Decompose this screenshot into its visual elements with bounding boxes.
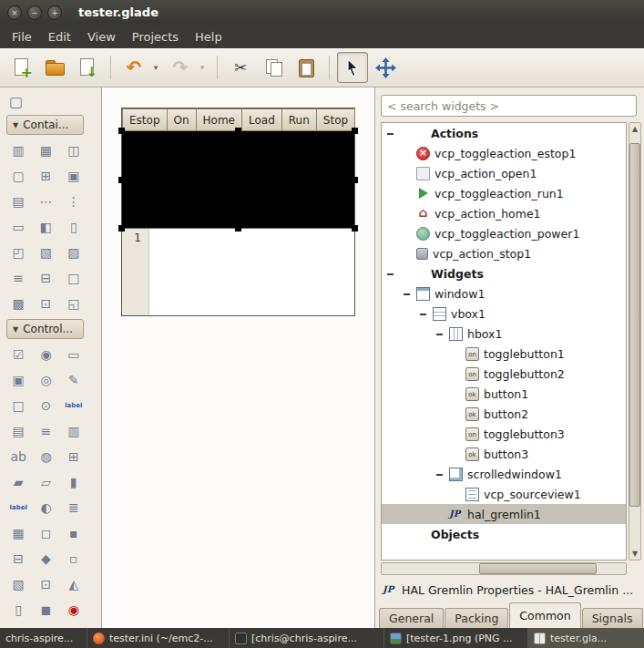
palette-widget-icon[interactable]: ▤ <box>10 423 26 439</box>
tree-group-widgets[interactable]: Widgets <box>382 263 626 283</box>
palette-widget-icon[interactable]: ▪ <box>66 525 82 541</box>
design-window-preview[interactable]: EstopOnHomeLoadRunStop 1 <box>121 108 355 316</box>
redo-dropdown-arrow[interactable]: ▾ <box>197 54 208 81</box>
palette-widget-icon[interactable]: ⊡ <box>37 576 54 592</box>
palette-widget-icon[interactable]: ◉ <box>66 602 82 618</box>
tree-horizontal-scrollbar[interactable] <box>381 562 627 575</box>
palette-widget-icon[interactable]: ◰ <box>10 244 26 261</box>
sourceview-preview[interactable]: 1 <box>122 228 354 315</box>
palette-widget-icon[interactable]: ◉ <box>37 346 54 363</box>
vscroll-track[interactable] <box>629 135 640 548</box>
scroll-up-arrow-icon[interactable]: ▲ <box>629 123 640 135</box>
selection-handle-mr[interactable] <box>352 177 358 183</box>
selection-handle-bm[interactable] <box>235 225 241 231</box>
titlebar[interactable]: × − + tester.glade <box>0 0 644 25</box>
tree-row-togglebutton1[interactable]: togglebutton1 <box>382 344 626 364</box>
palette-widget-icon[interactable]: ⋮ <box>66 193 82 210</box>
palette-widget-icon[interactable]: ◻ <box>37 525 54 541</box>
design-button-run[interactable]: Run <box>281 108 317 131</box>
menu-item-help[interactable]: Help <box>187 27 230 46</box>
selector-button[interactable] <box>337 52 368 83</box>
save-button[interactable] <box>72 52 103 83</box>
vscroll-thumb[interactable] <box>629 143 640 507</box>
tree-row-vcp_toggleaction_run1[interactable]: vcp_toggleaction_run1 <box>382 183 626 203</box>
tree-row-button2[interactable]: button2 <box>382 404 626 424</box>
tree-expander-icon[interactable] <box>434 329 445 339</box>
tree-expander-icon[interactable] <box>418 309 428 319</box>
taskbar-item-3[interactable]: [tester-1.png (PNG ... <box>384 628 528 648</box>
palette-section-control[interactable]: ▼Control... <box>6 319 84 339</box>
palette-widget-icon[interactable]: ▭ <box>10 219 26 235</box>
undo-button[interactable] <box>118 52 149 83</box>
palette-widget-icon[interactable]: ⊞ <box>66 448 82 465</box>
design-button-on[interactable]: On <box>167 108 197 131</box>
tree-group-actions[interactable]: Actions <box>382 123 626 143</box>
close-button[interactable]: × <box>7 5 22 20</box>
taskbar-item-1[interactable]: tester.ini (~/emc2-... <box>87 628 230 648</box>
palette-widget-icon[interactable]: □ <box>66 270 82 286</box>
palette-widget-icon[interactable]: ▯ <box>10 602 26 618</box>
tree-row-scrolledwindow1[interactable]: scrolledwindow1 <box>382 464 626 484</box>
scroll-down-arrow-icon[interactable]: ▼ <box>629 548 640 560</box>
design-canvas[interactable]: EstopOnHomeLoadRunStop 1 <box>102 87 374 628</box>
selection-handle-tl[interactable] <box>118 128 125 134</box>
menu-item-edit[interactable]: Edit <box>40 27 79 46</box>
drag-resize-button[interactable] <box>370 52 401 83</box>
palette-widget-icon[interactable]: label <box>10 499 26 516</box>
palette-widget-icon[interactable]: ≣ <box>66 499 82 516</box>
tree-row-togglebutton2[interactable]: togglebutton2 <box>382 364 626 384</box>
palette-widget-icon[interactable]: ☑ <box>10 346 26 363</box>
palette-widget-icon[interactable]: ▨ <box>66 244 82 261</box>
palette-widget-icon[interactable]: ▣ <box>10 372 26 388</box>
toplevel-widget-icon[interactable]: ▢ <box>9 93 23 110</box>
selection-handle-tm[interactable] <box>235 128 241 134</box>
menu-item-projects[interactable]: Projects <box>124 27 187 46</box>
palette-widget-icon[interactable]: ▢ <box>10 168 26 184</box>
palette-widget-icon[interactable]: ▦ <box>37 142 54 159</box>
tree-expander-icon[interactable] <box>385 269 395 279</box>
palette-widget-icon[interactable]: ⊟ <box>37 270 54 286</box>
palette-widget-icon[interactable]: ◧ <box>37 219 54 235</box>
tab-packing[interactable]: Packing <box>445 608 508 628</box>
selection-handle-bl[interactable] <box>118 225 125 231</box>
palette-widget-icon[interactable]: ≡ <box>37 423 54 439</box>
palette-widget-icon[interactable]: ◱ <box>66 295 82 312</box>
tab-common[interactable]: Common <box>509 602 580 628</box>
taskbar-item-2[interactable]: [chris@chris-aspire... <box>230 628 384 648</box>
tab-general[interactable]: General <box>379 608 444 628</box>
redo-button[interactable] <box>165 52 196 83</box>
design-button-load[interactable]: Load <box>241 108 282 131</box>
palette-widget-icon[interactable]: ab <box>10 448 26 465</box>
undo-dropdown-arrow[interactable]: ▾ <box>150 54 161 81</box>
palette-widget-icon[interactable]: □ <box>10 397 26 414</box>
tree-row-vcp_sourceview1[interactable]: vcp_sourceview1 <box>382 484 626 504</box>
tree-row-vcp_action_open1[interactable]: vcp_action_open1 <box>382 163 626 183</box>
tree-row-togglebutton3[interactable]: togglebutton3 <box>382 424 626 444</box>
palette-widget-icon[interactable]: label <box>66 397 82 414</box>
palette-widget-icon[interactable]: ▤ <box>10 193 26 210</box>
tree-row-hal_gremlin1[interactable]: hal_gremlin1 <box>382 504 626 524</box>
palette-widget-icon[interactable]: ▩ <box>10 295 26 312</box>
taskbar-item-4[interactable]: tester.gla... <box>528 628 644 648</box>
palette-widget-icon[interactable]: ▫ <box>66 550 82 567</box>
palette-widget-icon[interactable]: ⋯ <box>37 193 54 210</box>
palette-widget-icon[interactable]: ▭ <box>66 346 82 363</box>
palette-widget-icon[interactable]: ▱ <box>37 474 54 490</box>
tree-row-button3[interactable]: button3 <box>382 444 626 464</box>
tree-expander-icon[interactable] <box>385 129 395 139</box>
palette-widget-icon[interactable]: ⊞ <box>37 168 54 184</box>
design-button-estop[interactable]: Estop <box>122 108 168 131</box>
paste-button[interactable] <box>291 52 322 83</box>
widget-search-input[interactable] <box>381 95 637 117</box>
menu-item-view[interactable]: View <box>79 27 124 46</box>
palette-widget-icon[interactable]: ▰ <box>10 474 26 490</box>
palette-widget-icon[interactable]: ▥ <box>66 423 82 439</box>
selection-handle-tr[interactable] <box>352 128 358 134</box>
tree-vertical-scrollbar[interactable]: ▲ ▼ <box>629 122 641 561</box>
gremlin-preview[interactable] <box>122 131 354 228</box>
design-button-stop[interactable]: Stop <box>316 108 355 131</box>
tree-row-vcp_toggleaction_power1[interactable]: vcp_toggleaction_power1 <box>382 223 626 243</box>
palette-widget-icon[interactable]: ⊙ <box>37 397 54 414</box>
palette-widget-icon[interactable]: ✎ <box>66 372 82 388</box>
tree-row-vcp_action_stop1[interactable]: vcp_action_stop1 <box>382 243 626 263</box>
